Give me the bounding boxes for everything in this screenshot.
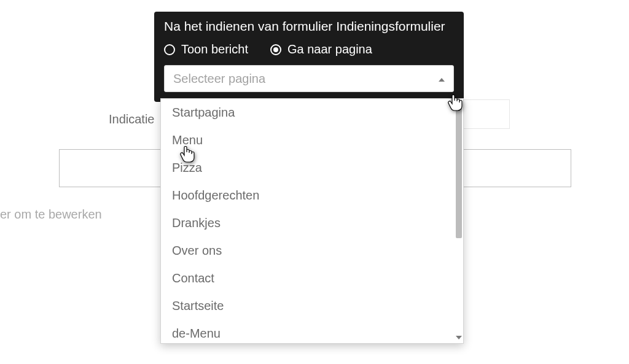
radio-toon-bericht[interactable]: Toon bericht <box>164 42 248 56</box>
indicatie-label: Indicatie <box>109 112 155 126</box>
page-select-dropdown: Startpagina Menu Pizza Hoofdgerechten Dr… <box>160 98 464 344</box>
radio-ga-naar-pagina[interactable]: Ga naar pagina <box>270 42 372 56</box>
dropdown-item-hoofdgerechten[interactable]: Hoofdgerechten <box>161 182 463 209</box>
caret-down-icon[interactable] <box>456 331 462 342</box>
radio-icon-unselected <box>164 44 175 55</box>
page-select[interactable]: Selecteer pagina <box>164 65 454 92</box>
dropdown-item-de-menu[interactable]: de-Menu <box>161 320 463 343</box>
select-placeholder: Selecteer pagina <box>173 72 265 86</box>
popup-title: Na het indienen van formulier Indienings… <box>164 19 454 34</box>
caret-up-icon <box>439 73 445 84</box>
form-submit-action-popup: Na het indienen van formulier Indienings… <box>154 12 464 102</box>
radio-group: Toon bericht Ga naar pagina <box>164 42 454 56</box>
dropdown-item-drankjes[interactable]: Drankjes <box>161 209 463 237</box>
radio-label-ga: Ga naar pagina <box>287 42 372 56</box>
dropdown-item-startpagina[interactable]: Startpagina <box>161 99 463 126</box>
scrollbar-thumb[interactable] <box>456 100 462 238</box>
dropdown-item-startseite[interactable]: Startseite <box>161 292 463 320</box>
radio-label-toon: Toon bericht <box>181 42 248 56</box>
edit-hint-text: er om te bewerken <box>0 207 102 222</box>
dropdown-item-contact[interactable]: Contact <box>161 265 463 292</box>
dropdown-item-menu[interactable]: Menu <box>161 126 463 154</box>
dropdown-item-over-ons[interactable]: Over ons <box>161 237 463 265</box>
dropdown-item-pizza[interactable]: Pizza <box>161 154 463 182</box>
radio-icon-selected <box>270 44 281 55</box>
